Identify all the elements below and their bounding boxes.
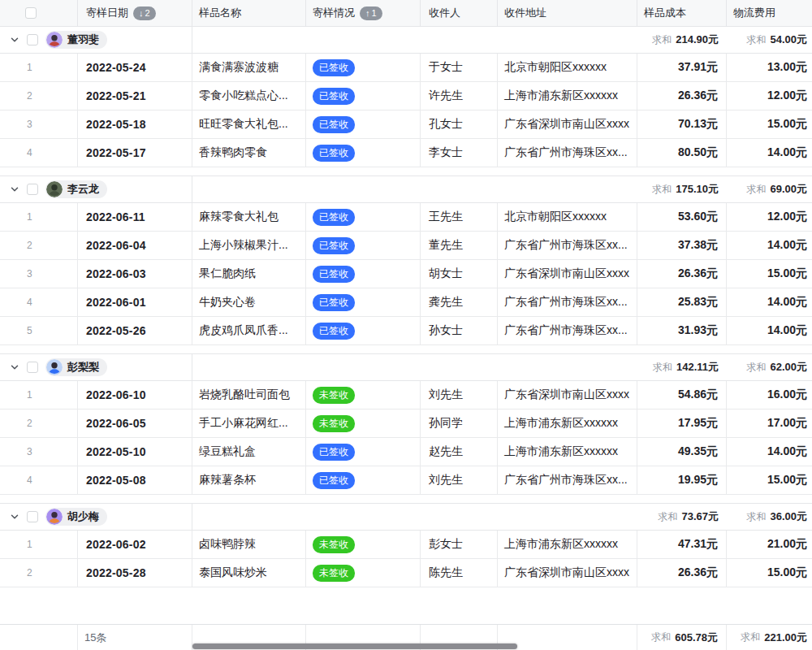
- cell-sample-cost[interactable]: 37.91元: [637, 54, 727, 81]
- cell-address[interactable]: 上海市浦东新区xxxxxx: [498, 82, 637, 110]
- cell-recipient[interactable]: 刘先生: [421, 466, 498, 494]
- table-row[interactable]: 2 2022-06-04 上海小辣椒果汁... 已签收 董先生 广东省广州市海珠…: [0, 232, 812, 260]
- cell-product-name[interactable]: 泰国风味炒米: [192, 559, 306, 587]
- cell-shipping-fee[interactable]: 14.00元: [727, 232, 812, 259]
- cell-date[interactable]: 2022-05-26: [78, 317, 192, 344]
- group-chip[interactable]: 彭梨梨: [45, 358, 107, 376]
- table-row[interactable]: 2 2022-05-28 泰国风味炒米 未签收 陈先生 广东省深圳市南山区xxx…: [0, 559, 812, 587]
- cell-recipient[interactable]: 刘先生: [421, 381, 498, 409]
- cell-product-name[interactable]: 果仁脆肉纸: [192, 260, 306, 288]
- cell-status[interactable]: 已签收: [306, 139, 421, 167]
- header-cell-sample-cost[interactable]: 样品成本: [637, 0, 727, 26]
- cell-date[interactable]: 2022-05-24: [78, 54, 192, 81]
- cell-shipping-fee[interactable]: 17.00元: [727, 410, 812, 437]
- sort-badge-status[interactable]: ↑1: [360, 6, 382, 20]
- table-row[interactable]: 3 2022-05-18 旺旺零食大礼包... 已签收 孔女士 广东省深圳市南山…: [0, 110, 812, 139]
- cell-address[interactable]: 广东省广州市海珠区xx...: [498, 317, 637, 344]
- group-chip[interactable]: 李云龙: [45, 180, 107, 198]
- cell-shipping-fee[interactable]: 15.00元: [727, 260, 812, 288]
- chevron-down-icon[interactable]: [10, 35, 19, 45]
- cell-sample-cost[interactable]: 37.38元: [637, 232, 727, 259]
- select-all-checkbox[interactable]: [25, 7, 37, 19]
- header-cell-date[interactable]: 寄样日期 ↓2: [78, 0, 192, 26]
- cell-status[interactable]: 已签收: [306, 288, 421, 316]
- group-header-row[interactable]: 彭梨梨 求和 142.11元 求和 62.00元: [0, 354, 812, 381]
- cell-product-name[interactable]: 满食满寨波波糖: [192, 54, 306, 81]
- group-header-row[interactable]: 李云龙 求和 175.10元 求和 69.00元: [0, 176, 812, 203]
- cell-product-name[interactable]: 麻辣薯条杯: [192, 466, 306, 494]
- chevron-down-icon[interactable]: [10, 512, 19, 522]
- cell-date[interactable]: 2022-05-17: [78, 139, 192, 167]
- cell-recipient[interactable]: 许先生: [421, 82, 498, 110]
- cell-shipping-fee[interactable]: 14.00元: [727, 317, 812, 344]
- cell-recipient[interactable]: 赵先生: [421, 438, 498, 466]
- cell-date[interactable]: 2022-06-04: [78, 232, 192, 259]
- cell-sample-cost[interactable]: 26.36元: [637, 82, 727, 110]
- group-chip[interactable]: 董羽斐: [45, 31, 107, 49]
- cell-shipping-fee[interactable]: 12.00元: [727, 82, 812, 110]
- cell-date[interactable]: 2022-05-18: [78, 110, 192, 138]
- header-cell-recipient[interactable]: 收件人: [421, 0, 498, 26]
- cell-date[interactable]: 2022-05-10: [78, 438, 192, 466]
- cell-status[interactable]: 已签收: [306, 438, 421, 466]
- cell-date[interactable]: 2022-06-05: [78, 410, 192, 437]
- cell-product-name[interactable]: 上海小辣椒果汁...: [192, 232, 306, 259]
- table-row[interactable]: 2 2022-05-21 零食小吃糕点心... 已签收 许先生 上海市浦东新区x…: [0, 82, 812, 110]
- cell-date[interactable]: 2022-06-02: [78, 531, 192, 558]
- cell-shipping-fee[interactable]: 14.00元: [727, 139, 812, 167]
- cell-product-name[interactable]: 卤味鸭脖辣: [192, 531, 306, 558]
- cell-sample-cost[interactable]: 17.95元: [637, 410, 727, 437]
- cell-date[interactable]: 2022-06-03: [78, 260, 192, 288]
- cell-sample-cost[interactable]: 47.31元: [637, 531, 727, 558]
- header-cell-product[interactable]: 样品名称: [192, 0, 306, 26]
- table-row[interactable]: 4 2022-06-01 牛奶夹心卷 已签收 龚先生 广东省广州市海珠区xx..…: [0, 288, 812, 317]
- cell-product-name[interactable]: 手工小麻花网红...: [192, 410, 306, 437]
- table-row[interactable]: 1 2022-06-02 卤味鸭脖辣 未签收 彭女士 上海市浦东新区xxxxxx…: [0, 531, 812, 559]
- cell-date[interactable]: 2022-06-10: [78, 381, 192, 409]
- group-checkbox[interactable]: [27, 362, 38, 373]
- cell-product-name[interactable]: 绿豆糕礼盒: [192, 438, 306, 466]
- group-checkbox[interactable]: [27, 184, 38, 195]
- cell-date[interactable]: 2022-06-01: [78, 288, 192, 316]
- header-cell-address[interactable]: 收件地址: [498, 0, 637, 26]
- cell-shipping-fee[interactable]: 21.00元: [727, 531, 812, 558]
- cell-address[interactable]: 上海市浦东新区xxxxxx: [498, 531, 637, 558]
- cell-recipient[interactable]: 龚先生: [421, 288, 498, 316]
- cell-address[interactable]: 广东省广州市海珠区xx...: [498, 232, 637, 259]
- cell-shipping-fee[interactable]: 15.00元: [727, 110, 812, 138]
- cell-address[interactable]: 广东省广州市海珠区xx...: [498, 466, 637, 494]
- cell-address[interactable]: 广东省深圳市南山区xxxx: [498, 381, 637, 409]
- group-checkbox[interactable]: [27, 511, 38, 522]
- table-row[interactable]: 1 2022-06-10 岩烧乳酪吐司面包 未签收 刘先生 广东省深圳市南山区x…: [0, 381, 812, 410]
- cell-date[interactable]: 2022-05-21: [78, 82, 192, 110]
- group-checkbox[interactable]: [27, 34, 38, 46]
- cell-product-name[interactable]: 牛奶夹心卷: [192, 288, 306, 316]
- cell-status[interactable]: 已签收: [306, 317, 421, 344]
- cell-date[interactable]: 2022-06-11: [78, 203, 192, 231]
- header-cell-status[interactable]: 寄样情况 ↑1: [306, 0, 421, 26]
- cell-recipient[interactable]: 王先生: [421, 203, 498, 231]
- cell-sample-cost[interactable]: 54.86元: [637, 381, 727, 409]
- cell-status[interactable]: 已签收: [306, 260, 421, 288]
- cell-address[interactable]: 广东省深圳市南山区xxxx: [498, 559, 637, 587]
- cell-recipient[interactable]: 孙女士: [421, 317, 498, 344]
- cell-status[interactable]: 未签收: [306, 559, 421, 587]
- cell-status[interactable]: 已签收: [306, 466, 421, 494]
- cell-recipient[interactable]: 董先生: [421, 232, 498, 259]
- cell-recipient[interactable]: 陈先生: [421, 559, 498, 587]
- cell-address[interactable]: 广东省深圳市南山区xxxx: [498, 260, 637, 288]
- table-row[interactable]: 3 2022-05-10 绿豆糕礼盒 已签收 赵先生 上海市浦东新区xxxxxx…: [0, 438, 812, 466]
- cell-status[interactable]: 已签收: [306, 82, 421, 110]
- table-row[interactable]: 3 2022-06-03 果仁脆肉纸 已签收 胡女士 广东省深圳市南山区xxxx…: [0, 260, 812, 288]
- table-row[interactable]: 4 2022-05-17 香辣鸭肉零食 已签收 李女士 广东省广州市海珠区xx.…: [0, 139, 812, 167]
- cell-sample-cost[interactable]: 26.36元: [637, 260, 727, 288]
- table-row[interactable]: 2 2022-06-05 手工小麻花网红... 未签收 孙同学 上海市浦东新区x…: [0, 410, 812, 438]
- header-cell-shipping-fee[interactable]: 物流费用: [727, 0, 812, 26]
- cell-sample-cost[interactable]: 80.50元: [637, 139, 727, 167]
- cell-shipping-fee[interactable]: 13.00元: [727, 54, 812, 81]
- cell-date[interactable]: 2022-05-28: [78, 559, 192, 587]
- cell-address[interactable]: 北京市朝阳区xxxxxx: [498, 54, 637, 81]
- cell-status[interactable]: 已签收: [306, 203, 421, 231]
- cell-sample-cost[interactable]: 25.83元: [637, 288, 727, 316]
- cell-address[interactable]: 北京市朝阳区xxxxxx: [498, 203, 637, 231]
